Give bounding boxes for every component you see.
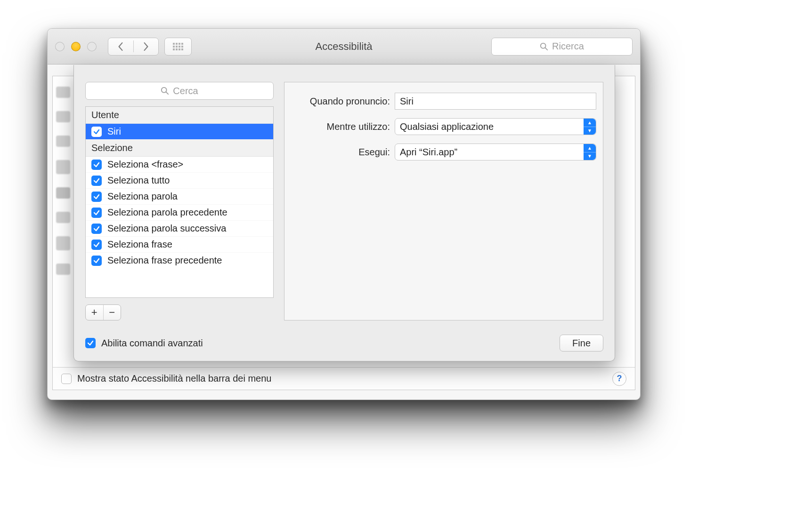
command-checkbox[interactable] [91, 240, 102, 250]
toolbar-search[interactable]: Ricerca [491, 38, 633, 56]
close-window-button[interactable] [55, 42, 65, 51]
execute-label: Esegui: [291, 147, 395, 158]
command-detail-form: Quando pronuncio: Siri Mentre utilizzo: … [284, 82, 603, 320]
commands-list[interactable]: Utente Siri Selezione Seleziona <frase> [85, 106, 274, 298]
commands-left-column: Cerca Utente Siri Selezione [85, 82, 274, 320]
svg-rect-9 [176, 48, 178, 50]
minus-icon: − [109, 306, 115, 319]
svg-rect-0 [173, 43, 175, 45]
command-label: Seleziona <frase> [107, 159, 183, 170]
done-button[interactable]: Fine [560, 335, 603, 352]
category-icon [56, 236, 70, 250]
help-button[interactable]: ? [612, 372, 626, 386]
advanced-commands-checkbox[interactable] [85, 338, 96, 348]
grid-icon [172, 42, 184, 51]
commands-search[interactable]: Cerca [85, 82, 274, 100]
category-icon [56, 87, 70, 98]
show-in-menubar-label: Mostra stato Accessibilità nella barra d… [77, 373, 271, 384]
search-icon [161, 87, 169, 95]
traffic-lights [55, 42, 97, 51]
accessibility-bottom-bar: Mostra stato Accessibilità nella barra d… [53, 367, 635, 390]
svg-rect-11 [181, 48, 183, 50]
category-icon [56, 160, 70, 174]
while-select[interactable]: Qualsiasi applicazione ▲▼ [395, 118, 596, 135]
command-checkbox[interactable] [91, 192, 102, 202]
category-icon [56, 111, 70, 122]
system-preferences-window: Accessibilità Ricerca Mostra stato Acces… [47, 28, 641, 400]
svg-point-12 [541, 43, 546, 48]
sheet-footer: Abilita comandi avanzati Fine [85, 331, 603, 352]
remove-command-button[interactable]: − [104, 305, 121, 320]
add-remove-segment: + − [85, 304, 121, 320]
svg-rect-7 [181, 46, 183, 48]
plus-icon: + [91, 306, 97, 319]
while-label: Mentre utilizzo: [291, 121, 395, 132]
category-icon [56, 264, 70, 275]
list-item[interactable]: Seleziona <frase> [86, 157, 273, 173]
toolbar-search-placeholder: Ricerca [552, 41, 584, 52]
command-label: Seleziona parola precedente [107, 207, 227, 218]
command-checkbox[interactable] [91, 224, 102, 234]
question-mark-icon: ? [617, 374, 622, 384]
command-checkbox[interactable] [91, 176, 102, 186]
command-label: Seleziona tutto [107, 175, 170, 186]
svg-rect-5 [176, 46, 178, 48]
list-section-selezione: Selezione [86, 140, 273, 157]
search-icon [540, 42, 548, 51]
category-icon [56, 136, 70, 147]
command-checkbox[interactable] [91, 160, 102, 170]
while-value: Qualsiasi applicazione [400, 121, 494, 132]
add-command-button[interactable]: + [86, 305, 104, 320]
select-stepper-icon: ▲▼ [584, 144, 596, 160]
command-label: Seleziona parola successiva [107, 223, 226, 234]
svg-line-15 [166, 92, 169, 95]
when-input[interactable]: Siri [395, 93, 596, 110]
command-checkbox[interactable] [91, 208, 102, 218]
nav-forward-button[interactable] [134, 38, 159, 55]
svg-rect-6 [179, 46, 180, 48]
list-item[interactable]: Seleziona frase precedente [86, 253, 273, 268]
show-all-prefs-button[interactable] [164, 38, 192, 56]
svg-rect-8 [173, 48, 175, 50]
execute-value: Apri “Siri.app” [400, 147, 457, 158]
command-label: Seleziona frase precedente [107, 255, 222, 266]
list-item[interactable]: Seleziona frase [86, 237, 273, 253]
category-icon [56, 187, 70, 199]
advanced-commands-label: Abilita comandi avanzati [101, 338, 203, 349]
command-label: Seleziona parola [107, 191, 178, 202]
list-item[interactable]: Seleziona parola [86, 189, 273, 205]
nav-back-button[interactable] [108, 38, 133, 55]
category-icon [56, 212, 70, 223]
svg-point-14 [162, 88, 167, 93]
nav-back-forward [108, 38, 159, 56]
list-item[interactable]: Seleziona tutto [86, 173, 273, 189]
when-value: Siri [400, 96, 414, 107]
select-stepper-icon: ▲▼ [584, 119, 596, 135]
svg-rect-4 [173, 46, 175, 48]
command-checkbox[interactable] [91, 127, 102, 137]
show-in-menubar-checkbox[interactable] [61, 374, 72, 384]
command-checkbox[interactable] [91, 256, 102, 266]
list-item[interactable]: Seleziona parola successiva [86, 221, 273, 237]
dictation-commands-sheet: Cerca Utente Siri Selezione [73, 65, 615, 361]
accessibility-category-strip [54, 76, 73, 390]
svg-rect-1 [176, 43, 178, 45]
command-label: Siri [107, 126, 121, 137]
svg-line-13 [545, 48, 548, 50]
commands-search-placeholder: Cerca [173, 86, 198, 96]
svg-rect-2 [179, 43, 180, 45]
titlebar: Accessibilità Ricerca [48, 29, 640, 64]
svg-rect-3 [181, 43, 183, 45]
list-item[interactable]: Seleziona parola precedente [86, 205, 273, 221]
when-label: Quando pronuncio: [291, 96, 395, 107]
minimize-window-button[interactable] [71, 42, 81, 51]
execute-select[interactable]: Apri “Siri.app” ▲▼ [395, 144, 596, 160]
svg-rect-10 [179, 48, 180, 50]
list-section-utente: Utente [86, 107, 273, 124]
command-label: Seleziona frase [107, 239, 172, 250]
zoom-window-button[interactable] [87, 42, 97, 51]
list-item[interactable]: Siri [86, 124, 273, 140]
